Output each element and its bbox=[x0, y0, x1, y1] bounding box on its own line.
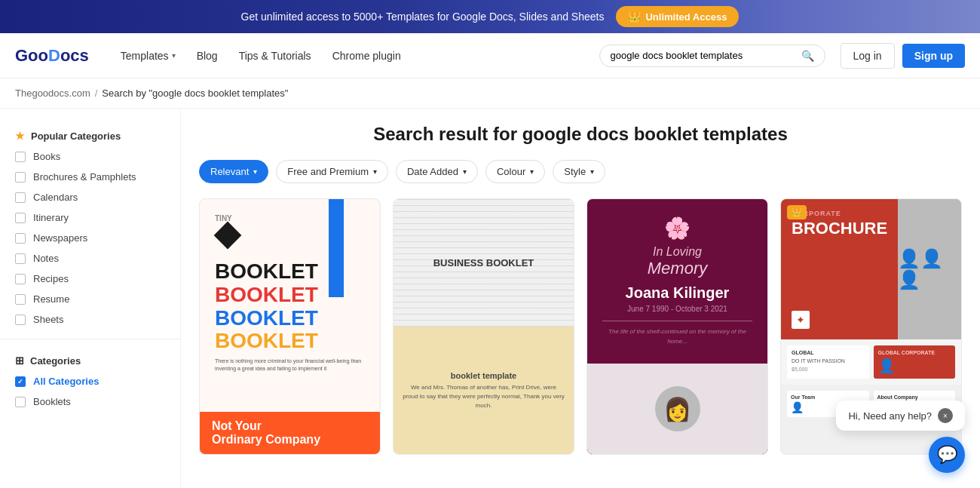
card4-brochure-title: BROCHURE bbox=[792, 220, 887, 237]
unlimited-button-label: Unlimited Access bbox=[645, 11, 727, 23]
filter-colour[interactable]: Colour ▾ bbox=[485, 160, 545, 183]
filter-bar: Relevant ▾ Free and Premium ▾ Date Added… bbox=[199, 160, 962, 183]
chat-close-button[interactable]: × bbox=[938, 408, 953, 423]
templates-chevron-icon: ▾ bbox=[172, 51, 176, 60]
chat-icon: 💬 bbox=[937, 445, 957, 465]
notes-checkbox[interactable] bbox=[15, 253, 26, 264]
unlimited-access-button[interactable]: 👑 Unlimited Access bbox=[616, 6, 739, 27]
card4-left: CORPORATE BROCHURE ✦ bbox=[781, 199, 898, 339]
card4-price: $5,000 bbox=[792, 367, 865, 372]
banner-text: Get unlimited access to 5000+ Templates … bbox=[241, 11, 605, 23]
star-icon: ★ bbox=[15, 130, 25, 142]
breadcrumb-home[interactable]: Thegoodocs.com bbox=[15, 87, 90, 99]
search-icon[interactable]: 🔍 bbox=[801, 50, 814, 62]
card4-logo-icon: ✦ bbox=[792, 311, 810, 329]
card3-dates: June 7 1990 - October 3 2021 bbox=[627, 305, 727, 313]
calendars-checkbox[interactable] bbox=[15, 192, 26, 203]
booklet-template-label: booklet template bbox=[451, 371, 516, 380]
sidebar: ★ Popular Categories Books Brochures & P… bbox=[0, 109, 181, 488]
sidebar-item-sheets[interactable]: Sheets bbox=[0, 309, 180, 330]
premium-crown-icon: 👑 bbox=[792, 207, 802, 217]
auth-buttons: Log in Sign up bbox=[841, 43, 965, 69]
main-layout: ★ Popular Categories Books Brochures & P… bbox=[0, 109, 980, 488]
sidebar-item-resume[interactable]: Resume bbox=[0, 289, 180, 309]
colour-chevron-icon: ▾ bbox=[530, 167, 534, 176]
filter-relevant[interactable]: Relevant ▾ bbox=[199, 160, 268, 183]
card3-desc: The life of the shelf-continued on the m… bbox=[602, 327, 752, 347]
flowers-icon: 🌸 bbox=[664, 216, 691, 241]
card4-global-corporate-label: GLOBAL CORPORATE bbox=[878, 350, 951, 355]
page-title: Search result for google docs booklet te… bbox=[199, 124, 962, 145]
card2-top: BUSINESS BOOKLET bbox=[394, 199, 574, 327]
nav-chrome[interactable]: Chrome plugin bbox=[323, 44, 410, 68]
card4-image: 👤👤👤 bbox=[898, 199, 961, 339]
sidebar-item-itinerary[interactable]: Itinerary bbox=[0, 207, 180, 228]
search-bar: 🔍 bbox=[599, 45, 825, 67]
categories-title: ⊞ Categories bbox=[0, 348, 180, 371]
card4-sub1: GLOBAL DO IT WITH PASSION $5,000 bbox=[787, 345, 869, 379]
booklet-line-3: BOOKLET bbox=[215, 307, 365, 330]
sheets-checkbox[interactable] bbox=[15, 315, 26, 325]
sidebar-item-calendars[interactable]: Calendars bbox=[0, 187, 180, 207]
diamond-logo bbox=[214, 222, 242, 250]
card4-bottom: GLOBAL DO IT WITH PASSION $5,000 GLOBAL … bbox=[781, 339, 961, 385]
logo[interactable]: GooDocs bbox=[15, 46, 89, 66]
recipes-checkbox[interactable] bbox=[15, 274, 26, 284]
card4-sub2: GLOBAL CORPORATE 👤 bbox=[874, 345, 956, 379]
filter-date-added[interactable]: Date Added ▾ bbox=[396, 160, 478, 183]
date-added-chevron-icon: ▾ bbox=[463, 167, 467, 176]
card4-sub2-person: 👤 bbox=[878, 358, 951, 374]
card2-bottom: booklet template We and Mrs. Thomas of a… bbox=[394, 327, 574, 454]
nav-templates[interactable]: Templates ▾ bbox=[112, 44, 185, 68]
main-nav: Templates ▾ Blog Tips & Tutorials Chrome… bbox=[112, 44, 410, 68]
top-banner: Get unlimited access to 5000+ Templates … bbox=[0, 0, 980, 33]
template-card-1[interactable]: TINY BOOKLET BOOKLET BOOKLET BOOKLET The… bbox=[199, 198, 381, 455]
sidebar-item-all-categories[interactable]: ✓ All Categories bbox=[0, 371, 180, 391]
card4-sub-cards: GLOBAL DO IT WITH PASSION $5,000 GLOBAL … bbox=[787, 345, 955, 379]
itinerary-checkbox[interactable] bbox=[15, 213, 26, 223]
all-categories-checkbox[interactable]: ✓ bbox=[15, 376, 26, 387]
sidebar-item-newspapers[interactable]: Newspapers bbox=[0, 228, 180, 248]
card3-italic: In Loving bbox=[653, 245, 702, 259]
resume-checkbox[interactable] bbox=[15, 294, 26, 305]
style-chevron-icon: ▾ bbox=[590, 167, 594, 176]
popular-categories-title: ★ Popular Categories bbox=[0, 124, 180, 146]
about-company-label: About Company bbox=[877, 394, 952, 400]
card2-body-text: We and Mrs. Thomas of another has, Print… bbox=[403, 383, 565, 410]
sidebar-resizer[interactable] bbox=[177, 109, 180, 488]
sidebar-item-notes[interactable]: Notes bbox=[0, 248, 180, 269]
brochures-checkbox[interactable] bbox=[15, 172, 26, 183]
card3-name: Joana Kilinger bbox=[626, 284, 730, 302]
sidebar-item-booklets[interactable]: Booklets bbox=[0, 391, 180, 412]
chat-button[interactable]: 💬 bbox=[929, 437, 965, 473]
our-team-label: Our Team bbox=[791, 394, 865, 400]
sidebar-item-brochures[interactable]: Brochures & Pamphlets bbox=[0, 167, 180, 187]
card1-bottom-sub: Ordinary Company bbox=[212, 433, 368, 447]
sidebar-item-books[interactable]: Books bbox=[0, 146, 180, 167]
premium-badge: 👑 bbox=[787, 205, 807, 219]
card1-bottom-text: Not Your bbox=[212, 419, 368, 433]
filter-style[interactable]: Style ▾ bbox=[553, 160, 605, 183]
sidebar-divider bbox=[0, 339, 180, 339]
card1-description: There is nothing more criminal to your f… bbox=[215, 358, 365, 373]
template-card-2[interactable]: BUSINESS BOOKLET booklet template We and… bbox=[393, 198, 574, 455]
nav-tips[interactable]: Tips & Tutorials bbox=[230, 44, 320, 68]
template-card-3[interactable]: 🌸 In Loving Memory Joana Kilinger June 7… bbox=[586, 198, 768, 455]
login-button[interactable]: Log in bbox=[841, 43, 895, 69]
nav-blog[interactable]: Blog bbox=[188, 44, 227, 68]
newspapers-checkbox[interactable] bbox=[15, 233, 26, 244]
sidebar-item-recipes[interactable]: Recipes bbox=[0, 269, 180, 289]
signup-button[interactable]: Sign up bbox=[902, 44, 965, 68]
chat-bubble-text: Hi, Need any help? bbox=[848, 410, 932, 422]
search-input[interactable] bbox=[611, 50, 801, 61]
books-checkbox[interactable] bbox=[15, 152, 26, 162]
business-booklet-title: BUSINESS BOOKLET bbox=[426, 250, 542, 276]
filter-free-premium[interactable]: Free and Premium ▾ bbox=[276, 160, 388, 183]
booklet-line-4: BOOKLET bbox=[215, 330, 365, 353]
relevant-chevron-icon: ▾ bbox=[253, 167, 257, 176]
breadcrumb-separator: / bbox=[95, 87, 98, 99]
booklets-checkbox[interactable] bbox=[15, 397, 26, 407]
crown-icon: 👑 bbox=[628, 11, 641, 23]
card3-top: 🌸 In Loving Memory Joana Kilinger June 7… bbox=[587, 199, 767, 364]
chat-bubble: Hi, Need any help? × bbox=[836, 401, 965, 431]
